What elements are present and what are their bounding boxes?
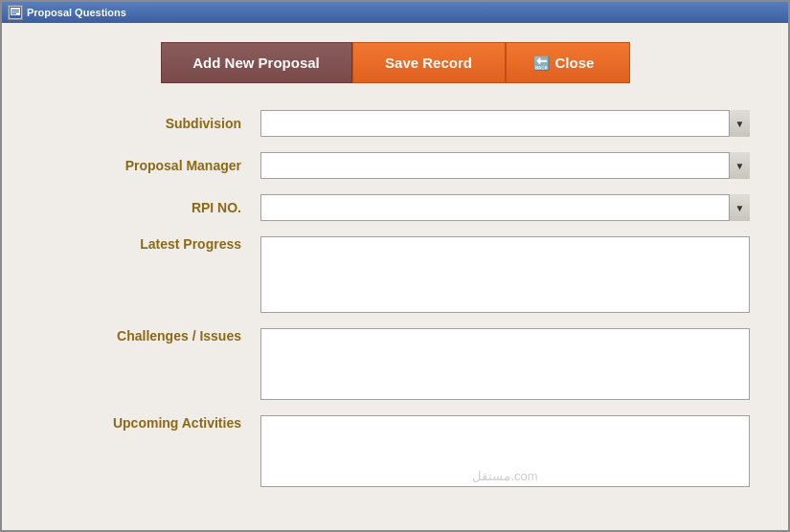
subdivision-row: Subdivision ▼ — [40, 110, 750, 137]
upcoming-activities-textarea[interactable] — [260, 415, 750, 487]
svg-rect-2 — [11, 10, 19, 11]
close-icon: 🔙 — [533, 55, 550, 71]
proposal-manager-select-wrapper: ▼ — [260, 152, 750, 179]
rpi-no-select[interactable] — [260, 194, 750, 221]
upcoming-activities-label: Upcoming Activities — [40, 415, 260, 431]
main-window: Proposal Questions Add New Proposal Save… — [0, 0, 790, 532]
subdivision-select[interactable] — [260, 110, 750, 137]
challenges-textarea[interactable] — [260, 328, 750, 400]
challenges-label: Challenges / Issues — [40, 328, 260, 344]
challenges-row: Challenges / Issues — [40, 328, 750, 404]
rpi-no-label: RPI NO. — [40, 200, 260, 215]
proposal-manager-select[interactable] — [260, 152, 750, 179]
svg-rect-4 — [11, 13, 16, 14]
save-record-button[interactable]: Save Record — [352, 42, 506, 83]
title-bar-icon — [8, 5, 23, 20]
close-button[interactable]: 🔙 Close — [506, 42, 630, 83]
latest-progress-row: Latest Progress — [40, 236, 750, 317]
latest-progress-textarea-wrapper — [260, 236, 750, 317]
rpi-no-select-wrapper: ▼ — [260, 194, 750, 221]
title-bar: Proposal Questions — [2, 2, 788, 23]
latest-progress-textarea[interactable] — [260, 236, 750, 313]
subdivision-label: Subdivision — [40, 116, 260, 131]
subdivision-select-wrapper: ▼ — [260, 110, 750, 137]
title-bar-text: Proposal Questions — [27, 7, 126, 18]
rpi-no-row: RPI NO. ▼ — [40, 194, 750, 221]
proposal-manager-row: Proposal Manager ▼ — [40, 152, 750, 179]
latest-progress-label: Latest Progress — [40, 236, 260, 252]
upcoming-activities-textarea-wrapper: مستقل.com — [260, 415, 750, 491]
window-content: Add New Proposal Save Record 🔙 Close Sub… — [2, 23, 788, 530]
svg-rect-3 — [11, 11, 19, 12]
upcoming-activities-row: Upcoming Activities مستقل.com — [40, 415, 750, 491]
proposal-manager-label: Proposal Manager — [40, 158, 260, 173]
add-new-proposal-button[interactable]: Add New Proposal — [161, 42, 352, 83]
challenges-textarea-wrapper — [260, 328, 750, 404]
toolbar: Add New Proposal Save Record 🔙 Close — [40, 42, 750, 83]
